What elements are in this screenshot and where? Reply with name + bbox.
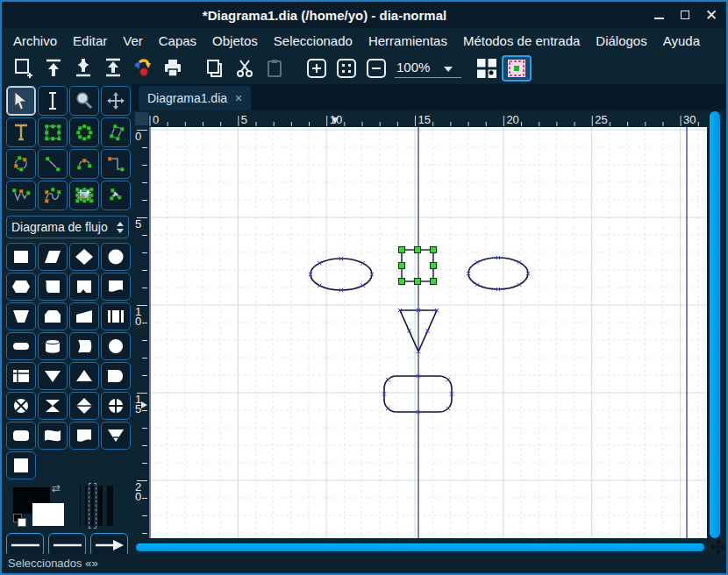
minimize-button[interactable] bbox=[646, 5, 672, 25]
shape-or[interactable] bbox=[101, 392, 131, 420]
menu-herramientas[interactable]: Herramientas bbox=[360, 31, 455, 51]
shape-punched-card[interactable] bbox=[38, 273, 68, 301]
zoom-in-button[interactable] bbox=[302, 55, 332, 82]
menu-m-todos-de-entrada[interactable]: Métodos de entrada bbox=[455, 31, 588, 51]
menu-di-logos[interactable]: Diálogos bbox=[588, 31, 654, 51]
shape-preparation[interactable] bbox=[6, 273, 36, 301]
shape-document[interactable] bbox=[101, 273, 131, 301]
shape-ellipse[interactable] bbox=[101, 243, 131, 271]
line-width-3[interactable] bbox=[91, 486, 94, 526]
shape-magnetic-disk[interactable] bbox=[69, 332, 99, 360]
menu-archivo[interactable]: Archivo bbox=[5, 31, 65, 51]
tool-bezierline[interactable] bbox=[38, 181, 68, 210]
snap-grid-button[interactable] bbox=[472, 55, 502, 82]
sheet-selector[interactable]: Diagrama de flujo bbox=[6, 216, 129, 238]
modify-icon bbox=[11, 90, 32, 111]
line-width-5[interactable] bbox=[98, 486, 103, 526]
shape-connector[interactable] bbox=[101, 332, 131, 360]
tool-polygon[interactable] bbox=[101, 117, 131, 147]
tool-scroll[interactable] bbox=[101, 86, 131, 116]
shape-magnetic-drum[interactable] bbox=[38, 332, 68, 360]
line-width-7[interactable] bbox=[107, 486, 113, 526]
zoom-value[interactable]: 100% bbox=[395, 60, 435, 78]
shape-display[interactable] bbox=[69, 273, 99, 301]
copy-button[interactable] bbox=[200, 55, 230, 82]
default-colors-icon[interactable] bbox=[13, 514, 27, 528]
vertical-scrollbar[interactable] bbox=[710, 111, 720, 538]
shape-summing-junction[interactable] bbox=[6, 392, 36, 420]
predefined-process-icon bbox=[105, 308, 126, 325]
tool-magnify[interactable] bbox=[69, 86, 99, 116]
shape-delay[interactable] bbox=[101, 362, 131, 390]
zoom-dropdown-icon[interactable] bbox=[435, 67, 461, 78]
line-width-selector[interactable] bbox=[80, 486, 125, 526]
shape-alternate-process[interactable] bbox=[6, 422, 36, 450]
maximize-button[interactable] bbox=[672, 5, 698, 25]
paste-button[interactable] bbox=[260, 55, 289, 82]
tool-outline[interactable] bbox=[101, 181, 131, 210]
print-button[interactable] bbox=[158, 55, 188, 82]
zoom-combo[interactable]: 100% bbox=[395, 60, 461, 78]
tool-text[interactable] bbox=[6, 117, 36, 147]
title-bar[interactable]: *Diagrama1.dia (/home/yo) - dia-normal ✕ bbox=[4, 2, 724, 28]
shape-merge[interactable] bbox=[69, 362, 99, 390]
shape-parallelogram[interactable] bbox=[38, 243, 68, 271]
snap-objects-button[interactable] bbox=[502, 55, 532, 82]
shape-manual-input[interactable] bbox=[69, 302, 99, 330]
diamond-icon bbox=[74, 248, 95, 266]
shape-loop-limit[interactable] bbox=[38, 302, 68, 330]
tool-beziergon[interactable] bbox=[6, 149, 36, 179]
export-button[interactable] bbox=[128, 55, 158, 82]
menu-ver[interactable]: Ver bbox=[115, 31, 151, 51]
menu-objetos[interactable]: Objetos bbox=[204, 31, 266, 51]
tool-image[interactable] bbox=[69, 181, 99, 210]
tool-ellipse[interactable] bbox=[69, 117, 99, 147]
shape-off-page-document[interactable] bbox=[69, 422, 99, 450]
ruler-origin-button[interactable] bbox=[135, 112, 148, 125]
spinner-icon[interactable] bbox=[117, 222, 124, 233]
save-button[interactable] bbox=[68, 55, 98, 82]
tool-box[interactable] bbox=[38, 117, 68, 147]
tab-diagrama1[interactable]: Diagrama1.dia × bbox=[139, 86, 251, 110]
shape-offline-storage[interactable] bbox=[101, 422, 131, 450]
close-icon: ✕ bbox=[705, 8, 717, 23]
shape-extract[interactable] bbox=[38, 362, 68, 390]
shape-sort[interactable] bbox=[69, 392, 99, 420]
tab-strip: Diagrama1.dia × bbox=[132, 84, 728, 110]
cut-button[interactable] bbox=[230, 55, 260, 82]
tool-modify[interactable] bbox=[6, 86, 36, 116]
tool-polyline[interactable] bbox=[6, 181, 36, 210]
swap-colors-icon[interactable]: ⇄ bbox=[52, 482, 61, 494]
line-width-1[interactable] bbox=[80, 486, 81, 526]
menu-ayuda[interactable]: Ayuda bbox=[655, 31, 708, 51]
close-button[interactable]: ✕ bbox=[698, 5, 724, 25]
tool-line[interactable] bbox=[38, 149, 68, 179]
shape-internal-storage[interactable] bbox=[6, 362, 36, 390]
tool-zigzagline[interactable] bbox=[101, 149, 131, 179]
diagram-canvas[interactable] bbox=[149, 127, 707, 538]
zoom-out-button[interactable] bbox=[361, 55, 391, 82]
menu-capas[interactable]: Capas bbox=[151, 31, 204, 51]
svg-text:15: 15 bbox=[418, 113, 431, 126]
shape-box[interactable] bbox=[6, 243, 36, 271]
shape-diamond[interactable] bbox=[69, 243, 99, 271]
shape-transmittal-tape[interactable] bbox=[6, 451, 36, 479]
menu-seleccionado[interactable]: Seleccionado bbox=[266, 31, 360, 51]
shape-terminal[interactable] bbox=[6, 332, 36, 360]
shape-collate[interactable] bbox=[38, 392, 68, 420]
tool-arc[interactable] bbox=[69, 149, 99, 179]
tab-close-icon[interactable]: × bbox=[235, 92, 242, 104]
line-width-2[interactable] bbox=[85, 486, 87, 526]
menu-editar[interactable]: Editar bbox=[65, 31, 115, 51]
print-icon bbox=[161, 57, 184, 80]
horizontal-scrollbar[interactable] bbox=[136, 543, 704, 551]
tool-textedit[interactable] bbox=[38, 86, 68, 116]
background-color-swatch[interactable] bbox=[32, 503, 64, 526]
open-button[interactable] bbox=[39, 55, 68, 82]
shape-manual-operation[interactable] bbox=[6, 302, 36, 330]
zoom-fit-button[interactable] bbox=[332, 55, 361, 82]
save-as-button[interactable] bbox=[98, 55, 128, 82]
shape-predefined-process[interactable] bbox=[101, 302, 131, 330]
shape-punched-tape[interactable] bbox=[38, 422, 68, 450]
new-diagram-button[interactable] bbox=[9, 55, 39, 82]
